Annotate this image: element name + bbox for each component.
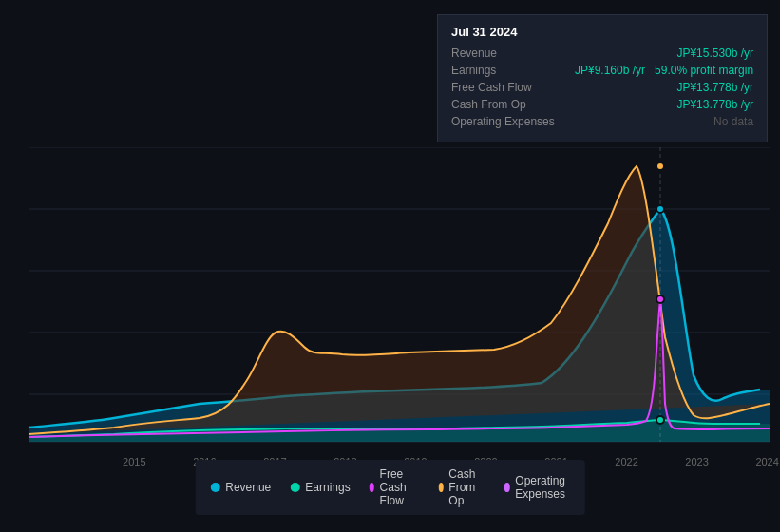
legend-label-revenue: Revenue: [225, 481, 271, 494]
x-label-2024: 2024: [755, 456, 778, 467]
legend-revenue[interactable]: Revenue: [210, 481, 271, 494]
legend-cashfromop[interactable]: Cash From Op: [438, 467, 485, 507]
svg-point-8: [656, 205, 664, 213]
legend-dot-earnings: [290, 483, 299, 492]
tooltip-value-opex: No data: [713, 115, 753, 128]
x-label-2022: 2022: [615, 456, 637, 467]
legend-label-opex: Operating Expenses: [515, 474, 569, 501]
tooltip-label-fcf: Free Cash Flow: [451, 81, 575, 94]
tooltip-value-revenue: JP¥15.530b /yr: [676, 47, 753, 60]
tooltip-row-fcf: Free Cash Flow JP¥13.778b /yr: [451, 81, 753, 94]
legend-label-fcf: Free Cash Flow: [380, 467, 420, 507]
chart-svg: [0, 147, 780, 456]
legend-dot-opex: [504, 483, 509, 492]
legend-fcf[interactable]: Free Cash Flow: [370, 467, 420, 507]
tooltip-label-revenue: Revenue: [451, 47, 575, 60]
tooltip-box: Jul 31 2024 Revenue JP¥15.530b /yr Earni…: [437, 14, 768, 142]
legend-dot-revenue: [210, 483, 219, 492]
tooltip-label-cashfromop: Cash From Op: [451, 98, 575, 111]
tooltip-row-earnings: Earnings JP¥9.160b /yr 59.0% profit marg…: [451, 64, 753, 77]
tooltip-label-earnings: Earnings: [451, 64, 575, 77]
tooltip-row-revenue: Revenue JP¥15.530b /yr: [451, 47, 753, 60]
tooltip-row-cashfromop: Cash From Op JP¥13.778b /yr: [451, 98, 753, 111]
chart-area: [0, 147, 780, 456]
legend-label-earnings: Earnings: [305, 481, 350, 494]
tooltip-value-cashfromop: JP¥13.778b /yr: [676, 98, 753, 111]
svg-point-10: [656, 295, 664, 303]
tooltip-label-opex: Operating Expenses: [451, 115, 575, 128]
svg-point-11: [656, 162, 664, 170]
x-label-2015: 2015: [123, 456, 145, 467]
tooltip-value-earnings: JP¥9.160b /yr: [575, 64, 645, 77]
svg-point-9: [656, 416, 664, 424]
legend-label-cashfromop: Cash From Op: [448, 467, 485, 507]
tooltip-profit-margin: 59.0% profit margin: [655, 64, 753, 77]
tooltip-value-fcf: JP¥13.778b /yr: [676, 81, 753, 94]
chart-legend: Revenue Earnings Free Cash Flow Cash Fro…: [195, 460, 585, 515]
legend-dot-fcf: [370, 483, 374, 492]
chart-container: Jul 31 2024 Revenue JP¥15.530b /yr Earni…: [0, 0, 780, 532]
x-label-2023: 2023: [685, 456, 708, 467]
legend-opex[interactable]: Operating Expenses: [504, 474, 570, 501]
tooltip-row-opex: Operating Expenses No data: [451, 115, 753, 128]
legend-dot-cashfromop: [438, 483, 443, 492]
tooltip-date: Jul 31 2024: [451, 25, 753, 39]
legend-earnings[interactable]: Earnings: [290, 481, 350, 494]
